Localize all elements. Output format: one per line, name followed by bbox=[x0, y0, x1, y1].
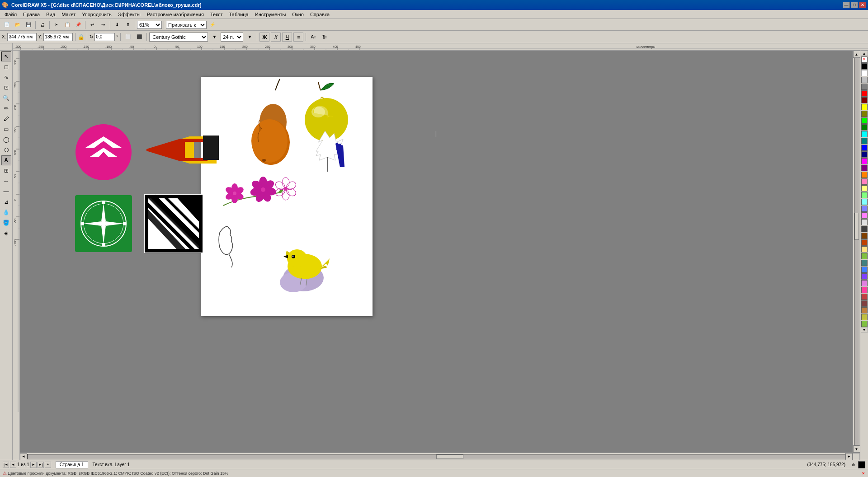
color-cornflower[interactable] bbox=[861, 267, 868, 273]
copy-button[interactable]: 📋 bbox=[62, 20, 72, 30]
color-light-cyan[interactable] bbox=[861, 199, 868, 205]
palette-scroll-up[interactable]: ▲ bbox=[861, 51, 868, 56]
import-button[interactable]: ⬇ bbox=[112, 20, 122, 30]
color-navy[interactable] bbox=[861, 151, 868, 158]
color-hotpink[interactable] bbox=[861, 287, 868, 293]
blend-tool[interactable]: ⊿ bbox=[1, 197, 11, 207]
text-tool[interactable]: A bbox=[1, 155, 11, 165]
color-light-yellow[interactable] bbox=[861, 185, 868, 192]
dropper-tool[interactable]: 💧 bbox=[1, 207, 11, 217]
undo-button[interactable]: ↩ bbox=[87, 20, 97, 30]
menu-text[interactable]: Текст bbox=[208, 11, 226, 18]
color-salmon[interactable] bbox=[861, 294, 868, 300]
next-page-button[interactable]: ► bbox=[30, 462, 37, 468]
print-button[interactable]: 🖨 bbox=[38, 20, 47, 30]
app-minimize-button[interactable]: — bbox=[843, 2, 850, 8]
x-coord-input[interactable] bbox=[7, 33, 37, 41]
zoom-tool[interactable]: 🔍 bbox=[1, 93, 11, 103]
color-light-green[interactable] bbox=[861, 192, 868, 198]
color-teal[interactable] bbox=[861, 138, 868, 144]
color-white[interactable] bbox=[861, 70, 868, 76]
color-darkorange[interactable] bbox=[861, 239, 868, 246]
menu-table[interactable]: Таблица bbox=[226, 11, 251, 18]
menu-tools[interactable]: Инструменты bbox=[252, 11, 289, 18]
shape-tool[interactable]: ◻ bbox=[1, 62, 11, 72]
last-page-button[interactable]: ►| bbox=[38, 462, 44, 468]
color-steel[interactable] bbox=[861, 260, 868, 266]
color-blue[interactable] bbox=[861, 145, 868, 151]
scroll-track-horizontal[interactable] bbox=[27, 454, 845, 459]
select-tool[interactable]: ↖ bbox=[1, 51, 11, 61]
menu-arrange[interactable]: Упорядочить bbox=[79, 11, 114, 18]
menu-file[interactable]: Файл bbox=[2, 11, 19, 18]
menu-bitmaps[interactable]: Растровые изображения bbox=[144, 11, 207, 18]
color-profile-close[interactable]: ✕ bbox=[862, 471, 865, 476]
menu-window[interactable]: Окно bbox=[289, 11, 307, 18]
prev-page-button[interactable]: ◄ bbox=[10, 462, 16, 468]
italic-button[interactable]: К bbox=[271, 33, 281, 42]
color-darkred[interactable] bbox=[861, 97, 868, 103]
paste-button[interactable]: 📌 bbox=[73, 20, 83, 30]
polygon-tool[interactable]: ⬡ bbox=[1, 145, 11, 155]
no-color-swatch[interactable]: ✕ bbox=[861, 56, 868, 63]
snap-settings-button[interactable]: ⚡ bbox=[208, 20, 217, 30]
color-violet[interactable] bbox=[861, 273, 868, 280]
color-pink[interactable] bbox=[861, 178, 868, 185]
zoom-select[interactable]: 61% 50% 75% 100% bbox=[137, 21, 162, 29]
menu-edit[interactable]: Правка bbox=[20, 11, 42, 18]
color-yellow[interactable] bbox=[861, 104, 868, 110]
save-button[interactable]: 💾 bbox=[24, 20, 33, 30]
color-purple[interactable] bbox=[861, 165, 868, 171]
add-page-button[interactable]: + bbox=[45, 462, 51, 468]
redo-button[interactable]: ↪ bbox=[98, 20, 108, 30]
fill-tool[interactable]: 🪣 bbox=[1, 218, 11, 228]
open-button[interactable]: 📂 bbox=[13, 20, 23, 30]
app-maximize-button[interactable]: □ bbox=[851, 2, 858, 8]
smart-drawing-tool[interactable]: 🖊 bbox=[1, 114, 11, 124]
snap-select[interactable]: Привязать к Сетке Направляющим bbox=[166, 21, 207, 29]
color-olive[interactable] bbox=[861, 111, 868, 117]
size-dropdown-button[interactable]: ▼ bbox=[245, 32, 255, 42]
align-right-button[interactable]: ⬛ bbox=[134, 32, 144, 42]
vertical-scrollbar[interactable]: ▲ ▼ bbox=[853, 51, 860, 453]
font-dropdown-button[interactable]: ▼ bbox=[209, 32, 219, 42]
menu-help[interactable]: Справка bbox=[307, 11, 332, 18]
scroll-track-vertical[interactable] bbox=[854, 58, 859, 445]
scroll-right-button[interactable]: ► bbox=[845, 453, 853, 460]
color-medgreen[interactable] bbox=[861, 253, 868, 259]
color-brown[interactable] bbox=[861, 233, 868, 239]
ellipse-tool[interactable]: ◯ bbox=[1, 135, 11, 145]
color-light-blue[interactable] bbox=[861, 206, 868, 212]
angle-input[interactable] bbox=[94, 33, 115, 41]
table-tool[interactable]: ⊞ bbox=[1, 166, 11, 176]
para-format-button[interactable]: ¶↕ bbox=[320, 32, 330, 42]
color-magenta[interactable] bbox=[861, 158, 868, 164]
menu-layout[interactable]: Макет bbox=[59, 11, 78, 18]
color-gray[interactable] bbox=[861, 84, 868, 90]
color-light-gray[interactable] bbox=[861, 219, 868, 225]
y-coord-input[interactable] bbox=[43, 33, 73, 41]
char-format-button[interactable]: A↕ bbox=[308, 32, 318, 42]
color-dark-gray[interactable] bbox=[861, 226, 868, 232]
connector-tool[interactable]: — bbox=[1, 187, 11, 196]
color-lime[interactable] bbox=[861, 117, 868, 124]
menu-view[interactable]: Вид bbox=[43, 11, 58, 18]
color-red[interactable] bbox=[861, 90, 868, 97]
text-align-button[interactable]: ≡ bbox=[293, 33, 303, 42]
scroll-thumb-vertical[interactable] bbox=[854, 213, 859, 240]
color-black[interactable] bbox=[861, 63, 868, 70]
color-orchid[interactable] bbox=[861, 280, 868, 286]
color-orange[interactable] bbox=[861, 172, 868, 178]
app-close-button[interactable]: ✕ bbox=[859, 2, 866, 8]
color-light-magenta[interactable] bbox=[861, 212, 868, 219]
rectangle-tool[interactable]: ▭ bbox=[1, 124, 11, 134]
bold-button[interactable]: Ж bbox=[259, 33, 269, 42]
export-button[interactable]: ⬆ bbox=[123, 20, 133, 30]
font-select[interactable]: Century Gothic Arial Times New Roman bbox=[149, 33, 208, 42]
dimension-tool[interactable]: ↔ bbox=[1, 176, 11, 186]
menu-effects[interactable]: Эффекты bbox=[115, 11, 143, 18]
freehand-tool[interactable]: ✏ bbox=[1, 103, 11, 113]
first-page-button[interactable]: |◄ bbox=[3, 462, 9, 468]
color-chartreuse[interactable] bbox=[861, 321, 868, 327]
color-green[interactable] bbox=[861, 124, 868, 131]
